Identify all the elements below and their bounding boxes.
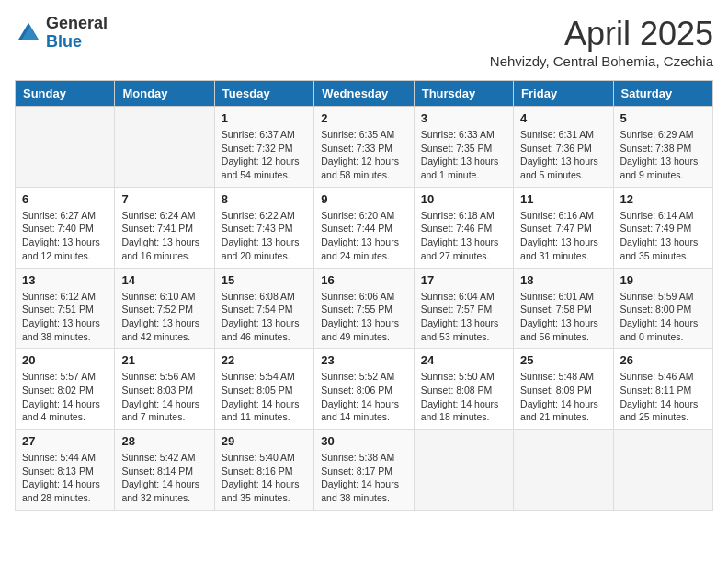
logo-icon bbox=[15, 19, 42, 47]
calendar-cell: 24Sunrise: 5:50 AMSunset: 8:08 PMDayligh… bbox=[414, 349, 513, 430]
calendar-cell: 6Sunrise: 6:27 AMSunset: 7:40 PMDaylight… bbox=[16, 187, 115, 268]
calendar-cell: 27Sunrise: 5:44 AMSunset: 8:13 PMDayligh… bbox=[16, 430, 115, 511]
calendar-cell: 13Sunrise: 6:12 AMSunset: 7:51 PMDayligh… bbox=[16, 268, 115, 349]
calendar-cell: 30Sunrise: 5:38 AMSunset: 8:17 PMDayligh… bbox=[314, 430, 414, 511]
day-info: Sunrise: 6:22 AMSunset: 7:43 PMDaylight:… bbox=[222, 209, 307, 263]
day-number: 20 bbox=[22, 353, 108, 367]
day-info: Sunrise: 5:38 AMSunset: 8:17 PMDaylight:… bbox=[321, 451, 406, 505]
day-number: 6 bbox=[22, 192, 108, 206]
calendar-cell: 21Sunrise: 5:56 AMSunset: 8:03 PMDayligh… bbox=[115, 349, 214, 430]
calendar-cell bbox=[414, 430, 513, 511]
month-title: April 2025 bbox=[490, 15, 713, 53]
day-number: 7 bbox=[121, 192, 207, 206]
calendar-cell: 5Sunrise: 6:29 AMSunset: 7:38 PMDaylight… bbox=[613, 107, 712, 188]
title-block: April 2025 Nehvizdy, Central Bohemia, Cz… bbox=[490, 15, 713, 69]
day-info: Sunrise: 6:24 AMSunset: 7:41 PMDaylight:… bbox=[121, 209, 207, 263]
day-info: Sunrise: 6:14 AMSunset: 7:49 PMDaylight:… bbox=[620, 209, 706, 263]
calendar-cell: 23Sunrise: 5:52 AMSunset: 8:06 PMDayligh… bbox=[314, 349, 414, 430]
calendar-cell: 15Sunrise: 6:08 AMSunset: 7:54 PMDayligh… bbox=[214, 268, 313, 349]
calendar-week-3: 13Sunrise: 6:12 AMSunset: 7:51 PMDayligh… bbox=[16, 268, 713, 349]
day-info: Sunrise: 6:20 AMSunset: 7:44 PMDaylight:… bbox=[321, 209, 406, 263]
column-header-saturday: Saturday bbox=[613, 81, 712, 107]
day-info: Sunrise: 6:27 AMSunset: 7:40 PMDaylight:… bbox=[22, 209, 108, 263]
day-number: 21 bbox=[121, 353, 207, 367]
day-number: 24 bbox=[421, 353, 506, 367]
day-info: Sunrise: 6:10 AMSunset: 7:52 PMDaylight:… bbox=[121, 290, 207, 344]
day-number: 1 bbox=[222, 111, 307, 125]
day-number: 10 bbox=[421, 192, 506, 206]
calendar-cell: 14Sunrise: 6:10 AMSunset: 7:52 PMDayligh… bbox=[115, 268, 214, 349]
calendar-cell bbox=[613, 430, 712, 511]
day-number: 17 bbox=[421, 273, 506, 287]
calendar-cell: 7Sunrise: 6:24 AMSunset: 7:41 PMDaylight… bbox=[115, 187, 214, 268]
day-number: 29 bbox=[222, 434, 307, 448]
day-info: Sunrise: 6:37 AMSunset: 7:32 PMDaylight:… bbox=[222, 128, 307, 182]
calendar-table: SundayMondayTuesdayWednesdayThursdayFrid… bbox=[15, 80, 713, 511]
column-header-sunday: Sunday bbox=[16, 81, 115, 107]
column-header-wednesday: Wednesday bbox=[314, 81, 414, 107]
day-info: Sunrise: 6:31 AMSunset: 7:36 PMDaylight:… bbox=[520, 128, 606, 182]
calendar-cell: 1Sunrise: 6:37 AMSunset: 7:32 PMDaylight… bbox=[214, 107, 313, 188]
calendar-cell bbox=[115, 107, 214, 188]
day-info: Sunrise: 6:29 AMSunset: 7:38 PMDaylight:… bbox=[620, 128, 706, 182]
day-info: Sunrise: 6:04 AMSunset: 7:57 PMDaylight:… bbox=[421, 290, 506, 344]
calendar-week-5: 27Sunrise: 5:44 AMSunset: 8:13 PMDayligh… bbox=[16, 430, 713, 511]
day-number: 25 bbox=[520, 353, 606, 367]
day-info: Sunrise: 5:46 AMSunset: 8:11 PMDaylight:… bbox=[620, 370, 706, 424]
day-info: Sunrise: 5:44 AMSunset: 8:13 PMDaylight:… bbox=[22, 451, 108, 505]
day-number: 8 bbox=[222, 192, 307, 206]
day-info: Sunrise: 6:08 AMSunset: 7:54 PMDaylight:… bbox=[222, 290, 307, 344]
logo: General Blue bbox=[15, 15, 108, 52]
day-number: 2 bbox=[321, 111, 406, 125]
day-number: 14 bbox=[121, 273, 207, 287]
calendar-cell: 17Sunrise: 6:04 AMSunset: 7:57 PMDayligh… bbox=[414, 268, 513, 349]
calendar-week-4: 20Sunrise: 5:57 AMSunset: 8:02 PMDayligh… bbox=[16, 349, 713, 430]
calendar-cell: 19Sunrise: 5:59 AMSunset: 8:00 PMDayligh… bbox=[613, 268, 712, 349]
day-number: 19 bbox=[620, 273, 706, 287]
day-info: Sunrise: 6:18 AMSunset: 7:46 PMDaylight:… bbox=[421, 209, 506, 263]
day-number: 26 bbox=[620, 353, 706, 367]
logo-general-text: General bbox=[46, 15, 108, 33]
day-number: 5 bbox=[620, 111, 706, 125]
calendar-cell: 25Sunrise: 5:48 AMSunset: 8:09 PMDayligh… bbox=[514, 349, 613, 430]
day-number: 22 bbox=[222, 353, 307, 367]
calendar-cell: 2Sunrise: 6:35 AMSunset: 7:33 PMDaylight… bbox=[314, 107, 414, 188]
day-number: 23 bbox=[321, 353, 406, 367]
day-info: Sunrise: 6:12 AMSunset: 7:51 PMDaylight:… bbox=[22, 290, 108, 344]
calendar-cell: 10Sunrise: 6:18 AMSunset: 7:46 PMDayligh… bbox=[414, 187, 513, 268]
calendar-cell: 16Sunrise: 6:06 AMSunset: 7:55 PMDayligh… bbox=[314, 268, 414, 349]
calendar-cell: 12Sunrise: 6:14 AMSunset: 7:49 PMDayligh… bbox=[613, 187, 712, 268]
day-info: Sunrise: 6:35 AMSunset: 7:33 PMDaylight:… bbox=[321, 128, 406, 182]
day-number: 13 bbox=[22, 273, 108, 287]
day-info: Sunrise: 6:33 AMSunset: 7:35 PMDaylight:… bbox=[421, 128, 506, 182]
day-info: Sunrise: 6:01 AMSunset: 7:58 PMDaylight:… bbox=[520, 290, 606, 344]
calendar-cell: 28Sunrise: 5:42 AMSunset: 8:14 PMDayligh… bbox=[115, 430, 214, 511]
logo-text: General Blue bbox=[46, 15, 108, 52]
calendar-header-row: SundayMondayTuesdayWednesdayThursdayFrid… bbox=[16, 81, 713, 107]
calendar-cell: 22Sunrise: 5:54 AMSunset: 8:05 PMDayligh… bbox=[214, 349, 313, 430]
calendar-cell: 11Sunrise: 6:16 AMSunset: 7:47 PMDayligh… bbox=[514, 187, 613, 268]
calendar-cell: 8Sunrise: 6:22 AMSunset: 7:43 PMDaylight… bbox=[214, 187, 313, 268]
calendar-week-1: 1Sunrise: 6:37 AMSunset: 7:32 PMDaylight… bbox=[16, 107, 713, 188]
calendar-cell: 4Sunrise: 6:31 AMSunset: 7:36 PMDaylight… bbox=[514, 107, 613, 188]
day-number: 30 bbox=[321, 434, 406, 448]
day-info: Sunrise: 5:48 AMSunset: 8:09 PMDaylight:… bbox=[520, 370, 606, 424]
day-number: 16 bbox=[321, 273, 406, 287]
day-number: 11 bbox=[520, 192, 606, 206]
day-info: Sunrise: 5:59 AMSunset: 8:00 PMDaylight:… bbox=[620, 290, 706, 344]
calendar-cell: 3Sunrise: 6:33 AMSunset: 7:35 PMDaylight… bbox=[414, 107, 513, 188]
day-number: 4 bbox=[520, 111, 606, 125]
column-header-friday: Friday bbox=[514, 81, 613, 107]
day-info: Sunrise: 5:57 AMSunset: 8:02 PMDaylight:… bbox=[22, 370, 108, 424]
day-info: Sunrise: 5:52 AMSunset: 8:06 PMDaylight:… bbox=[321, 370, 406, 424]
day-info: Sunrise: 5:50 AMSunset: 8:08 PMDaylight:… bbox=[421, 370, 506, 424]
calendar-week-2: 6Sunrise: 6:27 AMSunset: 7:40 PMDaylight… bbox=[16, 187, 713, 268]
column-header-monday: Monday bbox=[115, 81, 214, 107]
location: Nehvizdy, Central Bohemia, Czechia bbox=[490, 53, 713, 69]
day-info: Sunrise: 5:42 AMSunset: 8:14 PMDaylight:… bbox=[121, 451, 207, 505]
day-info: Sunrise: 5:40 AMSunset: 8:16 PMDaylight:… bbox=[222, 451, 307, 505]
day-number: 15 bbox=[222, 273, 307, 287]
column-header-tuesday: Tuesday bbox=[214, 81, 313, 107]
calendar-cell: 20Sunrise: 5:57 AMSunset: 8:02 PMDayligh… bbox=[16, 349, 115, 430]
day-info: Sunrise: 6:16 AMSunset: 7:47 PMDaylight:… bbox=[520, 209, 606, 263]
